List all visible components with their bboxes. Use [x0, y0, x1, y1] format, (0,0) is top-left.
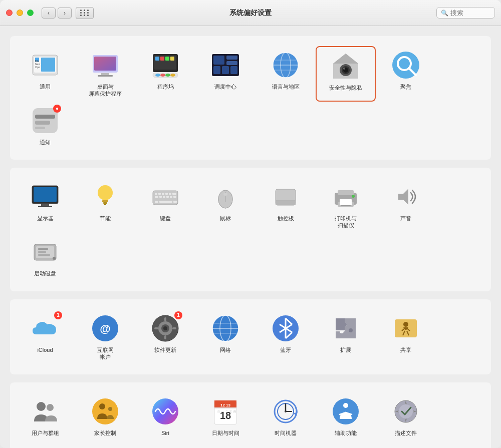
section-system: 用户与群组 家长控制 [10, 382, 491, 448]
close-button[interactable] [6, 10, 13, 16]
item-sound[interactable]: 声音 [376, 178, 436, 233]
item-icloud[interactable]: 1 iCloud [15, 309, 75, 365]
svg-point-41 [343, 68, 345, 70]
icon-display [30, 182, 60, 212]
item-sharing[interactable]: 共享 [376, 309, 436, 365]
svg-point-143 [285, 410, 287, 412]
grid-view-button[interactable] [76, 7, 94, 19]
icon-printers [331, 182, 361, 212]
label-language: 语言与地区 [272, 83, 300, 90]
label-sharing: 共享 [400, 346, 411, 353]
search-input[interactable] [450, 9, 490, 17]
item-accessibility[interactable]: 辅助功能 [316, 392, 376, 440]
item-startup[interactable]: 启动磁盘 [15, 233, 75, 281]
icon-keyboard [150, 182, 180, 212]
label-dock: 程序坞 [157, 83, 174, 90]
titlebar: ‹ › 系统偏好设置 🔍 [0, 0, 501, 26]
svg-rect-85 [341, 205, 351, 206]
svg-rect-47 [35, 121, 50, 125]
search-box[interactable]: 🔍 [436, 7, 495, 19]
item-trackpad[interactable]: 触控板 [256, 178, 316, 233]
label-datetime: 日期与时间 [212, 429, 239, 436]
svg-point-100 [163, 326, 167, 330]
item-dock[interactable]: 程序坞 [135, 46, 195, 102]
item-users[interactable]: 用户与群组 [15, 392, 75, 440]
item-network[interactable]: 网络 [195, 309, 256, 365]
svg-rect-92 [38, 248, 48, 250]
back-button[interactable]: ‹ [42, 8, 56, 19]
section3-grid: 1 iCloud @ 互联网帐户 [15, 309, 486, 365]
icon-accessibility [331, 396, 361, 426]
icon-general: File New Ope [30, 50, 60, 80]
svg-rect-14 [155, 57, 159, 61]
item-security[interactable]: 安全性与隐私 [316, 46, 376, 102]
label-parental: 家长控制 [94, 429, 116, 436]
label-network: 网络 [220, 346, 231, 353]
item-general[interactable]: File New Ope 通用 [15, 46, 75, 102]
item-spotlight[interactable]: 聚焦 [376, 46, 436, 102]
item-internet[interactable]: @ 互联网帐户 [75, 309, 135, 365]
icon-bluetooth [271, 313, 301, 343]
label-extensions: 扩展 [340, 346, 351, 353]
svg-rect-67 [163, 196, 165, 198]
svg-rect-15 [160, 57, 164, 61]
icon-desktop [90, 50, 120, 80]
svg-rect-66 [159, 196, 162, 198]
icon-users [30, 396, 60, 426]
svg-rect-104 [172, 327, 176, 329]
svg-rect-6 [41, 58, 55, 72]
svg-rect-101 [164, 317, 166, 321]
svg-rect-102 [164, 335, 166, 339]
svg-point-19 [155, 74, 160, 77]
item-siri[interactable]: Siri [135, 392, 195, 440]
svg-rect-68 [166, 196, 169, 198]
icon-startup [30, 237, 60, 267]
item-language[interactable]: 语言与地区 [256, 46, 316, 102]
svg-rect-50 [34, 187, 57, 202]
svg-text:二: 二 [225, 410, 228, 413]
item-mission[interactable]: 调度中心 [195, 46, 256, 102]
item-extensions[interactable]: 扩展 [316, 309, 376, 365]
svg-rect-73 [173, 201, 177, 203]
icon-trackpad [271, 182, 301, 212]
svg-rect-70 [173, 196, 176, 198]
item-display[interactable]: 显示器 [15, 178, 75, 233]
item-printers[interactable]: 打印机与扫描仪 [316, 178, 376, 233]
svg-marker-88 [398, 189, 408, 205]
item-mouse[interactable]: 鼠标 [195, 178, 256, 233]
icon-timemachine [271, 396, 301, 426]
forward-button[interactable]: › [58, 8, 72, 19]
svg-text:12 13: 12 13 [220, 403, 231, 407]
item-datetime[interactable]: 12 13 18 日 一 二 三 四 日期与时间 [195, 392, 256, 440]
svg-point-123 [37, 402, 46, 411]
item-bluetooth[interactable]: 蓝牙 [256, 309, 316, 365]
item-notifications[interactable]: ● 通知 [15, 102, 75, 150]
svg-point-145 [333, 398, 359, 424]
label-display: 显示器 [37, 215, 54, 222]
item-softwareupdate[interactable]: 1 软件更新 [135, 309, 195, 365]
icon-datetime: 12 13 18 日 一 二 三 四 [210, 396, 240, 426]
item-desktop[interactable]: 桌面与屏幕保护程序 [75, 46, 135, 102]
item-profiles[interactable]: 描述文件 [376, 392, 436, 440]
icon-profiles [391, 396, 421, 426]
svg-point-126 [99, 403, 105, 409]
svg-rect-10 [101, 73, 109, 75]
item-keyboard[interactable]: 键盘 [135, 178, 195, 233]
item-parental[interactable]: 家长控制 [75, 392, 135, 440]
svg-rect-86 [340, 199, 352, 205]
maximize-button[interactable] [27, 10, 34, 16]
svg-text:四: 四 [233, 410, 236, 413]
label-energy: 节能 [100, 215, 111, 222]
svg-rect-93 [38, 251, 46, 253]
icon-energy [90, 182, 120, 212]
label-spotlight: 聚焦 [400, 83, 411, 90]
label-notifications: 通知 [40, 139, 51, 146]
item-energy[interactable]: 节能 [75, 178, 135, 233]
minimize-button[interactable] [17, 10, 23, 16]
search-icon: 🔍 [441, 10, 448, 17]
svg-point-146 [343, 403, 348, 408]
item-timemachine[interactable]: 时间机器 [256, 392, 316, 440]
icon-internet: @ [90, 313, 120, 343]
svg-rect-65 [155, 196, 158, 198]
icon-network [210, 313, 240, 343]
